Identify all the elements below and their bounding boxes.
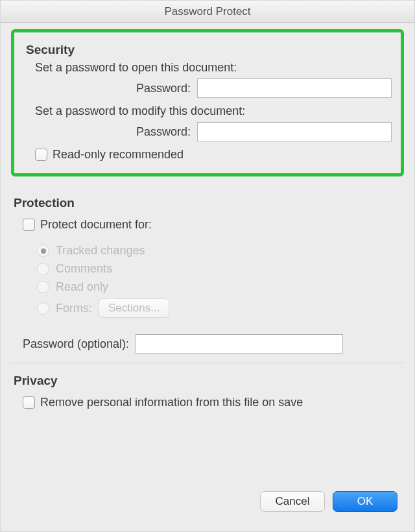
modify-password-label: Password: — [23, 125, 197, 139]
cancel-button[interactable]: Cancel — [260, 491, 325, 512]
radio-icon — [37, 302, 49, 315]
radio-read-only[interactable]: Read only — [37, 280, 108, 294]
radio-read-only-label: Read only — [56, 280, 108, 294]
security-section-highlight: Security Set a password to open this doc… — [11, 29, 404, 176]
dialog-button-row: Cancel OK — [11, 485, 404, 525]
remove-personal-info-checkbox[interactable]: Remove personal information from this fi… — [23, 396, 303, 409]
remove-personal-info-label: Remove personal information from this fi… — [40, 396, 303, 409]
radio-forms[interactable]: Forms: — [37, 302, 92, 315]
radio-tracked-changes-label: Tracked changes — [56, 244, 145, 258]
protection-password-label: Password (optional): — [23, 337, 136, 351]
radio-tracked-changes[interactable]: Tracked changes — [37, 244, 145, 258]
readonly-recommended-label: Read-only recommended — [53, 148, 184, 162]
sections-button[interactable]: Sections... — [99, 298, 169, 318]
protection-password-row: Password (optional): — [11, 334, 404, 354]
open-password-label: Password: — [23, 82, 197, 95]
checkbox-icon — [23, 396, 35, 409]
checkbox-icon — [23, 219, 35, 231]
radio-forms-label: Forms: — [56, 302, 92, 315]
window-title: Password Protect — [164, 5, 250, 18]
protect-document-for-label: Protect document for: — [40, 218, 152, 232]
protection-password-input[interactable] — [136, 334, 343, 354]
modify-password-row: Password: — [23, 122, 393, 141]
ok-button[interactable]: OK — [333, 491, 397, 512]
open-password-input[interactable] — [197, 79, 392, 98]
modify-password-instruction: Set a password to modify this document: — [23, 104, 393, 118]
privacy-heading: Privacy — [14, 374, 401, 388]
radio-comments-label: Comments — [56, 262, 112, 276]
modify-password-input[interactable] — [197, 122, 392, 141]
readonly-recommended-checkbox[interactable]: Read-only recommended — [35, 148, 184, 162]
security-heading: Security — [26, 43, 390, 57]
password-protect-dialog: Password Protect Security Set a password… — [0, 0, 415, 532]
protect-for-row: Protect document for: — [11, 218, 404, 232]
radio-icon — [37, 245, 49, 257]
protection-heading: Protection — [14, 196, 401, 210]
protect-document-for-checkbox[interactable]: Protect document for: — [23, 218, 152, 232]
readonly-recommended-row: Read-only recommended — [23, 148, 393, 162]
remove-personal-row: Remove personal information from this fi… — [11, 396, 404, 409]
radio-icon — [37, 263, 49, 275]
open-password-row: Password: — [23, 79, 393, 98]
radio-icon — [37, 281, 49, 293]
protection-options: Tracked changes Comments Read only Forms… — [11, 239, 404, 322]
checkbox-icon — [35, 149, 47, 161]
dialog-content: Security Set a password to open this doc… — [1, 23, 414, 531]
titlebar: Password Protect — [1, 1, 414, 23]
radio-comments[interactable]: Comments — [37, 262, 112, 276]
open-password-instruction: Set a password to open this document: — [23, 61, 393, 75]
separator — [11, 363, 404, 363]
